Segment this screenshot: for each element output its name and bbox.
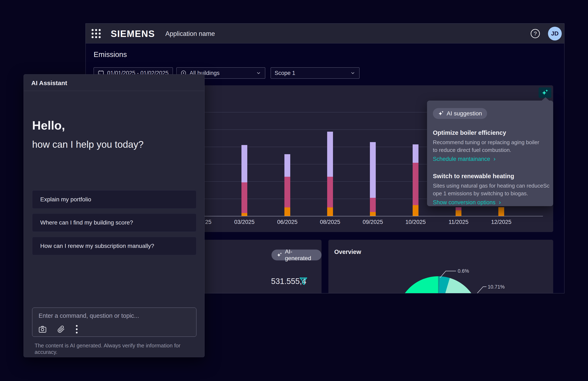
ai-assistant-title: AI Assistant [31, 80, 67, 87]
chevron-right-icon: › [499, 199, 501, 205]
x-axis-label: 12/2025 [491, 219, 511, 225]
bar-09/2025-segment-lavender [370, 142, 376, 198]
bar-03/2025-segment-pink [241, 182, 247, 213]
bar-08/2025-segment-orange [327, 207, 333, 216]
scope-select[interactable]: Scope 1 [271, 67, 359, 79]
chevron-down-icon [256, 70, 261, 76]
application-name: Application name [165, 30, 215, 38]
popup-caret [542, 97, 549, 101]
ai-suggestion-label: AI suggestion [447, 110, 482, 117]
screenshot-stage: SIEMENS Application name ? JD Emissions … [0, 0, 588, 381]
suggestion-title-2: Switch to renewable heating [433, 173, 514, 180]
overview-card: Overview 0.6% 10.71% [328, 240, 553, 293]
bar-11/2025-segment-pink [456, 207, 462, 210]
bar-03/2025-segment-orange [241, 213, 247, 216]
more-options-kebab-icon[interactable] [76, 325, 78, 334]
suggestion-title-1: Optimize boiler efficiency [433, 129, 506, 136]
bar-11/2025-segment-orange [456, 210, 462, 216]
bar-06/2025-segment-lavender [284, 154, 290, 177]
bar-08/2025-segment-lavender [327, 132, 333, 177]
suggestion-body-1: Recommend tuning or replacing aging boil… [433, 138, 539, 154]
bar-03/2025-segment-lavender [241, 145, 247, 182]
help-icon[interactable]: ? [531, 29, 540, 38]
ai-assistant-header: AI Assistant [24, 74, 204, 91]
suggestion-button-subscription[interactable]: How can I renew my subscription manually… [32, 237, 196, 255]
attachment-icon[interactable] [57, 326, 65, 333]
suggestion-body-2: Sites using natural gas for heating can … [433, 182, 549, 197]
avatar[interactable]: JD [548, 27, 562, 41]
siemens-logo: SIEMENS [111, 29, 155, 39]
bar-10/2025-segment-pink [413, 163, 419, 205]
pie-callout-lines [328, 240, 553, 293]
suggestion-button-portfolio[interactable]: Explain my portfolio [32, 190, 196, 209]
command-input[interactable]: Enter a command, question or topic... [32, 308, 196, 337]
x-axis-label: 09/2025 [363, 219, 383, 225]
ai-generated-label: AI-generated [285, 248, 316, 262]
bar-08/2025-segment-pink [327, 177, 333, 207]
ai-suggestion-popup: AI suggestion Optimize boiler efficiency… [427, 101, 553, 206]
bar-06/2025-segment-orange [284, 207, 290, 216]
scope-value: Scope 1 [275, 70, 295, 76]
chevron-right-icon: › [494, 155, 496, 162]
x-axis-label: 11/2025 [448, 219, 468, 225]
ai-disclaimer: The content is AI generated. Always veri… [35, 342, 204, 355]
ai-sparkle-button[interactable] [539, 88, 551, 98]
x-axis-label: 06/2025 [277, 219, 297, 225]
ai-generated-badge: AI-generated [272, 249, 321, 260]
ai-assistant-panel: AI Assistant Hello, how can I help you t… [23, 74, 205, 357]
ai-suggestion-badge: AI suggestion [433, 108, 487, 119]
bar-12/2025-segment-orange [498, 207, 504, 216]
greeting-hello: Hello, [32, 118, 65, 132]
x-axis-label: 08/2025 [320, 219, 340, 225]
show-conversion-options-link[interactable]: Show conversion options› [433, 199, 501, 206]
chevron-down-icon [350, 70, 356, 76]
pie-callout-small: 0.6% [458, 268, 469, 274]
pie-callout-large: 10.71% [488, 284, 504, 290]
schedule-maintenance-link[interactable]: Schedule mantainance› [433, 155, 496, 162]
x-axis-label: 25 [205, 219, 211, 225]
x-axis-label: 10/2025 [405, 219, 426, 225]
bar-10/2025-segment-orange [413, 205, 419, 216]
suggestion-button-building-score[interactable]: Where can I find my building score? [32, 213, 196, 232]
bar-06/2025-segment-pink [284, 177, 290, 207]
command-input-placeholder: Enter a command, question or topic... [39, 312, 139, 319]
bar-10/2025-segment-lavender [413, 144, 419, 163]
app-launcher-grid-icon[interactable] [92, 29, 101, 38]
greeting-question: how can I help you today? [32, 139, 144, 150]
x-axis-label: 03/2025 [234, 219, 254, 225]
page-title: Emissions [94, 50, 127, 59]
filter-funnel-icon[interactable] [299, 277, 308, 286]
bar-09/2025-segment-orange [370, 212, 376, 216]
app-header: SIEMENS Application name ? JD [86, 23, 564, 44]
camera-icon[interactable] [39, 326, 46, 333]
bar-09/2025-segment-pink [370, 198, 376, 212]
